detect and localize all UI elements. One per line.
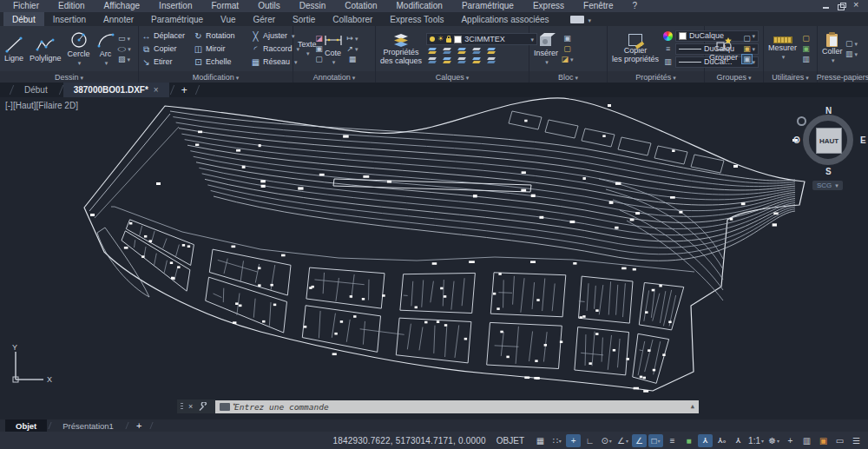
layer-freeze-icon[interactable]: [457, 47, 467, 55]
menu-express[interactable]: Express: [523, 0, 574, 12]
mirror-button[interactable]: Miroir: [194, 43, 251, 56]
add-cleanup-icon[interactable]: +: [783, 434, 798, 447]
menu-outils[interactable]: Outils: [248, 0, 290, 12]
ungroup-icon[interactable]: [742, 34, 752, 43]
match-properties-button[interactable]: Copier les propriétés: [610, 28, 661, 69]
linear-dimension-icon[interactable]: [348, 34, 358, 43]
file-tab-start[interactable]: Début: [14, 83, 58, 97]
ribbon-tab-annoter[interactable]: Annoter: [95, 12, 142, 26]
command-input[interactable]: Entrez une commande: [215, 400, 699, 413]
ribbon-tab-sortie[interactable]: Sortie: [284, 12, 324, 26]
hatch-icon[interactable]: [120, 55, 129, 63]
scale-indicator[interactable]: 1:1▾: [747, 434, 765, 447]
ribbon-display-toggle[interactable]: [570, 12, 592, 26]
new-layout-button[interactable]: [129, 419, 148, 432]
layer-match-icon[interactable]: [428, 56, 437, 64]
id-point-icon[interactable]: [801, 55, 811, 63]
block-editor-icon[interactable]: [562, 55, 572, 63]
mode-indicator[interactable]: OBJET: [496, 436, 524, 446]
layer-make-current-icon[interactable]: [487, 47, 496, 55]
layer-dropdown[interactable]: 3CIMMTEX: [426, 33, 537, 45]
panel-label-presse-papiers[interactable]: Presse-papiers: [818, 71, 868, 83]
text-button[interactable]: Texte: [296, 28, 319, 69]
ribbon-tab-applications-associ-es[interactable]: Applications associées: [452, 12, 557, 26]
ellipse-icon[interactable]: [120, 44, 129, 53]
tab-layout1[interactable]: Présentation1: [52, 419, 124, 432]
quick-select-icon[interactable]: [801, 34, 811, 43]
new-drawing-tab-button[interactable]: [174, 83, 194, 97]
tab-model[interactable]: Objet: [5, 419, 47, 432]
panel-label-bloc[interactable]: Bloc: [529, 71, 607, 83]
close-icon[interactable]: [853, 3, 861, 10]
quick-calc-icon[interactable]: [801, 44, 811, 53]
menu-affichage[interactable]: Affichage: [95, 0, 150, 12]
table-icon[interactable]: [348, 55, 358, 63]
menu-?[interactable]: ?: [623, 0, 648, 12]
block-edit-icon[interactable]: [562, 34, 572, 43]
copy-button[interactable]: Copier: [141, 43, 194, 56]
drag-handle-icon[interactable]: [181, 403, 183, 411]
panel-label-dessin[interactable]: Dessin: [0, 71, 138, 83]
panel-label-modification[interactable]: Modification: [139, 71, 293, 83]
copy-clip-icon[interactable]: [847, 39, 857, 48]
rotate-button[interactable]: Rotation: [194, 30, 251, 43]
menu-dessin[interactable]: Dessin: [290, 0, 336, 12]
circle-button[interactable]: Cercle: [66, 28, 92, 69]
object-snap-icon[interactable]: □▾: [648, 434, 663, 447]
command-history-icon[interactable]: [691, 403, 694, 410]
viewport-controls[interactable]: [-][Haut][Filaire 2D]: [5, 101, 78, 110]
grid-icon[interactable]: ▦: [533, 434, 548, 447]
ribbon-tab-express-tools[interactable]: Express Tools: [381, 12, 452, 26]
panel-label-annotation[interactable]: Annotation: [293, 71, 375, 83]
dimension-button[interactable]: Cote: [321, 28, 345, 69]
viewcube[interactable]: N S O E HAUT SCG: [797, 106, 859, 189]
panel-label-groupes[interactable]: Groupes: [705, 71, 763, 83]
ucs-menu-button[interactable]: SCG: [812, 181, 843, 190]
attribute-define-icon[interactable]: [562, 44, 572, 53]
clean-screen-icon[interactable]: ▭: [832, 434, 847, 447]
viewcube-west[interactable]: O: [793, 135, 800, 145]
ribbon-tab-collaborer[interactable]: Collaborer: [324, 12, 381, 26]
transparency-icon[interactable]: ■: [681, 434, 696, 447]
restore-icon[interactable]: [838, 3, 845, 10]
layer-off-icon[interactable]: [428, 47, 437, 55]
ribbon-tab-insertion[interactable]: Insertion: [44, 12, 95, 26]
stretch-button[interactable]: Etirer: [141, 56, 194, 69]
ribbon-tab-g-rer[interactable]: Gérer: [245, 12, 285, 26]
layer-unlock-icon[interactable]: [457, 56, 467, 64]
menu-format[interactable]: Format: [201, 0, 248, 12]
annotation-autoscale-icon[interactable]: Y°: [714, 434, 729, 447]
dynamic-input-icon[interactable]: +: [566, 434, 581, 447]
command-grip[interactable]: [177, 399, 215, 413]
group-selection-toggle-icon[interactable]: [742, 55, 752, 63]
menu-edition[interactable]: Edition: [49, 0, 95, 12]
leader-icon[interactable]: [348, 44, 358, 53]
paste-button[interactable]: Coller: [820, 28, 845, 69]
menu-insertion[interactable]: Insertion: [149, 0, 201, 12]
paste-special-icon[interactable]: [847, 50, 857, 58]
workspace-gear-icon[interactable]: ☸▾: [766, 434, 781, 447]
viewcube-face-top[interactable]: HAUT: [816, 128, 842, 154]
ribbon-tab-d-but[interactable]: Début: [3, 12, 44, 26]
recent-commands-icon[interactable]: [220, 403, 230, 411]
insert-block-button[interactable]: Insérer: [532, 28, 560, 69]
ribbon-tab-vue[interactable]: Vue: [212, 12, 244, 26]
layer-previous-icon[interactable]: [443, 56, 452, 64]
panel-label-proprietes[interactable]: Propriétés: [608, 71, 704, 83]
layer-lock-tool-icon[interactable]: [472, 47, 482, 55]
annotation-visibility-icon[interactable]: Y: [698, 434, 713, 447]
ortho-icon[interactable]: ∟: [582, 434, 597, 447]
layer-thaw-all-icon[interactable]: [472, 56, 482, 64]
layer-walk-icon[interactable]: [487, 56, 496, 64]
isodraft-icon[interactable]: ∠▾: [615, 434, 630, 447]
scale-button[interactable]: Echelle: [194, 56, 251, 69]
lineweight-icon[interactable]: ≡: [665, 434, 680, 447]
ribbon-tab-param-trique[interactable]: Paramétrique: [142, 12, 212, 26]
customize-wrench-icon[interactable]: [198, 402, 207, 412]
customization-icon[interactable]: ☰: [849, 434, 864, 447]
panel-label-calques[interactable]: Calques: [376, 71, 529, 83]
menu-cotation[interactable]: Cotation: [335, 0, 386, 12]
file-tab-drawing[interactable]: 387000BO01.DXF*: [63, 83, 169, 97]
viewcube-home-icon[interactable]: [797, 116, 806, 126]
layer-isolate-icon[interactable]: [443, 47, 452, 55]
